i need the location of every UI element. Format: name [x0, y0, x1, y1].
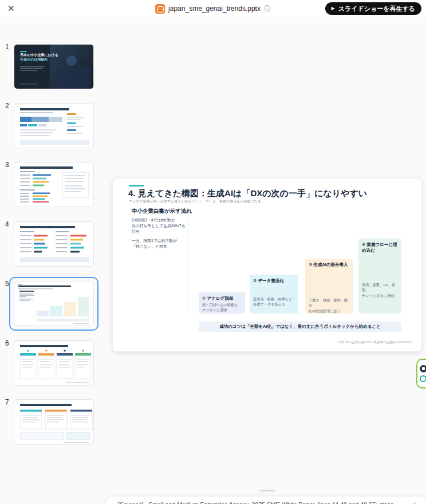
slide-preview: 4. 見えてきた構図：生成AIは「DXの次の一手」になりやすい アナログ業務が多…: [112, 178, 422, 352]
flow-step-4: ④ 業務フローに埋め込む 見積、提案、CS、採用、 ナレッジ共有に接続: [358, 239, 401, 313]
slide-thumbnail-7[interactable]: [14, 399, 94, 445]
play-slideshow-button[interactable]: ▶ スライドショーを再生する: [325, 2, 421, 15]
file-title-group: japan_sme_genai_trends.pptx ⓘ: [155, 0, 271, 17]
slide-number: 6: [5, 339, 9, 347]
step-label: ② データ整流化: [253, 278, 295, 284]
slide-number: 3: [5, 161, 9, 169]
left-column-paragraph-2: 一方、段階1では約半数が 「特にない」と回答: [132, 238, 187, 249]
left-column-heading: 中小企業白書が示す流れ: [132, 208, 192, 215]
slide-thumbnail-3[interactable]: [14, 162, 94, 207]
step-body: 下書き・検索・要約・翻訳 社内知識整理に使う: [309, 297, 350, 313]
slide-subtitle: アナログ業務が多い企業では導入が進みにくく、データ・業務の整流化が前提になる: [129, 199, 261, 204]
step-body: 受発注・顧客・在庫など 基礎データを揃える: [253, 296, 296, 307]
slide-thumbnail-1[interactable]: 日本の中小企業における 生成AIの活用動向: [14, 44, 94, 89]
floating-extension-toolbar: [416, 359, 426, 388]
flow-step-3: ③ 生成AIの部分導入 下書き・検索・要約・翻訳 社内知識整理に使う: [305, 259, 353, 313]
topbar: ✕ japan_sme_genai_trends.pptx ⓘ ▶ スライドショ…: [0, 0, 426, 17]
step-label: ③ 生成AIの部分導入: [309, 262, 349, 268]
flow-step-1: ① アナログ脱却 紙・口頭中心の業務を デジタルに置換: [199, 292, 245, 313]
slide-thumbnail-4[interactable]: [14, 221, 94, 267]
play-icon: ▶: [332, 6, 335, 11]
info-icon[interactable]: ⓘ: [264, 4, 271, 14]
thumb1-title-line2: 生成AIの活用動向: [20, 58, 48, 62]
vertical-divider: [188, 213, 188, 313]
thumbnail-graphic: [14, 222, 94, 267]
extension-tool-icon-top[interactable]: [420, 365, 426, 372]
step-label: ① アナログ脱却: [202, 296, 242, 301]
slide-number: 5: [5, 280, 9, 288]
step-body: 紙・口頭中心の業務を デジタルに置換: [202, 302, 243, 313]
step-label: ④ 業務フローに埋め込む: [362, 242, 398, 253]
slide-thumbnail-2[interactable]: [14, 103, 94, 148]
thumbnail-graphic: [14, 400, 94, 445]
panel-drag-handle[interactable]: [259, 490, 275, 491]
thumbnail-graphic: [14, 104, 94, 148]
left-column-paragraph-1: DX段階3・4では約2割が 次の打ち手として生成AI/IoTを 計画: [132, 217, 187, 235]
slide-number: 7: [5, 398, 9, 406]
slide-title: 4. 見えてきた構図：生成AIは「DXの次の一手」になりやすい: [128, 188, 415, 199]
thumbnail-graphic: [14, 162, 94, 207]
slide-thumbnail-6[interactable]: [14, 340, 94, 386]
thumbnail-graphic: [14, 281, 94, 326]
step-body: 見積、提案、CS、採用、 ナレッジ共有に接続: [362, 282, 399, 298]
thumb1-title-line1: 日本の中小企業における: [20, 53, 58, 57]
thumbnail-graphic: [14, 45, 94, 89]
play-slideshow-label: スライドショーを再生する: [338, 5, 415, 13]
slide-thumbnail-5[interactable]: [14, 281, 94, 326]
file-name: japan_sme_genai_trends.pptx: [168, 5, 261, 13]
title-accent-bar: [129, 185, 144, 186]
presentation-file-icon: [155, 4, 165, 14]
slide-number: 2: [5, 102, 9, 110]
viewer-background: 1 日本の中小企業における 生成AIの活用動向: [0, 17, 426, 504]
source-note: 出典: 中小企業白書2025, 東京商工会議所(2024/2025): [337, 340, 412, 344]
speaker-notes-text: [Sources] - Small and Medium Enterprise …: [118, 501, 403, 504]
thumbnail-graphic: [14, 341, 94, 386]
extension-tool-icon-bottom[interactable]: [420, 375, 426, 382]
speaker-notes-panel[interactable]: [Sources] - Small and Medium Enterprise …: [107, 497, 426, 504]
close-icon[interactable]: ✕: [7, 4, 15, 13]
slide-number: 4: [5, 220, 9, 228]
flow-step-2: ② データ整流化 受発注・顧客・在庫など 基礎データを揃える: [250, 275, 298, 313]
slide-number: 1: [5, 43, 9, 51]
key-message-banner: 成功のコツは「全部をAI化」ではなく、身の丈に合うボトルネックから始めること: [199, 322, 401, 332]
scroll-up-icon[interactable]: [411, 502, 419, 504]
